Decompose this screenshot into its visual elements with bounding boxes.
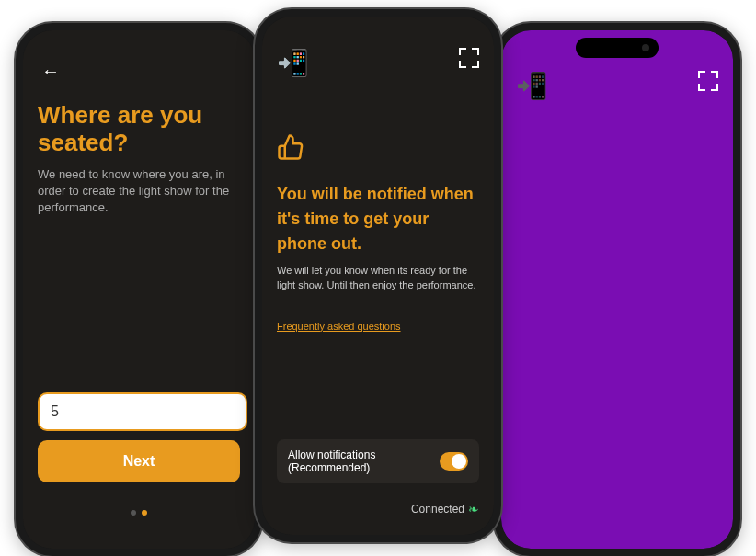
connection-status: Connected ❧ bbox=[277, 502, 479, 516]
heading-seat: Where are you seated? bbox=[38, 102, 240, 157]
screen-light-show: 📲 bbox=[501, 30, 733, 549]
leaf-icon: ❧ bbox=[468, 502, 479, 516]
page-indicator bbox=[38, 510, 240, 516]
phone-in-hand-icon: 📲 bbox=[516, 71, 548, 101]
seat-row-input[interactable] bbox=[38, 392, 247, 431]
thumbs-up-icon bbox=[277, 133, 479, 167]
back-button[interactable]: ← bbox=[38, 58, 63, 84]
subtext-seat: We need to know where you are, in order … bbox=[38, 166, 240, 217]
phone-frame-3: 📲 bbox=[494, 23, 740, 556]
notification-toggle-row: Allow notifications (Recommended) bbox=[277, 439, 479, 483]
fullscreen-icon[interactable] bbox=[459, 48, 479, 68]
top-bar: 📲 bbox=[516, 58, 718, 101]
dynamic-island bbox=[576, 38, 659, 58]
screen-seat-selection: ← Where are you seated? We need to know … bbox=[23, 30, 255, 549]
seat-inputs-row bbox=[38, 392, 240, 431]
page-dot bbox=[131, 510, 136, 516]
page-dot-active bbox=[142, 510, 147, 516]
phone-frame-1: ← Where are you seated? We need to know … bbox=[16, 23, 262, 556]
top-bar: 📲 bbox=[277, 44, 479, 78]
subtext-notified: We will let you know when its ready for … bbox=[277, 264, 479, 293]
notification-label: Allow notifications (Recommended) bbox=[288, 448, 440, 474]
back-arrow-icon: ← bbox=[41, 61, 60, 82]
phone-in-hand-icon: 📲 bbox=[277, 48, 309, 78]
faq-link[interactable]: Frequently asked questions bbox=[277, 321, 479, 332]
fullscreen-icon[interactable] bbox=[698, 71, 718, 91]
connected-label: Connected bbox=[411, 503, 464, 516]
screen-notification-info: 📲 You will be notified when it's time to… bbox=[262, 17, 494, 535]
phone-frame-2: 📲 You will be notified when it's time to… bbox=[255, 9, 501, 542]
next-button[interactable]: Next bbox=[38, 440, 240, 482]
heading-notified: You will be notified when it's time to g… bbox=[277, 182, 479, 256]
notification-toggle[interactable] bbox=[440, 452, 468, 471]
